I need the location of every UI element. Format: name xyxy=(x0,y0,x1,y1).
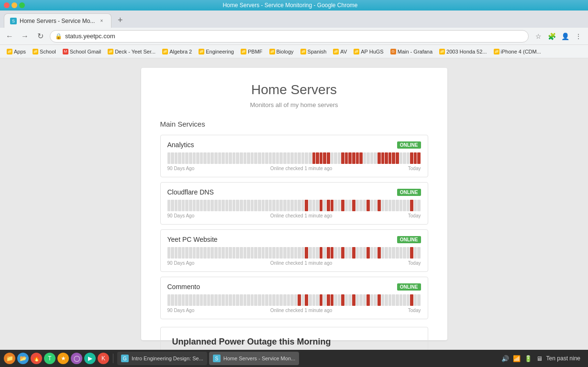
uptime-segment xyxy=(417,294,421,306)
minimize-button[interactable] xyxy=(11,2,17,8)
uptime-segment xyxy=(258,200,261,211)
uptime-segment xyxy=(305,247,308,259)
uptime-segment xyxy=(377,200,381,211)
uptime-segment xyxy=(348,152,352,164)
uptime-segment xyxy=(247,247,250,259)
taskbar-app-icon[interactable]: ★ xyxy=(57,353,69,364)
uptime-segment xyxy=(175,152,178,164)
taskbar-window[interactable]: SHome Servers - Service Mon... xyxy=(209,352,299,365)
uptime-segment xyxy=(182,152,185,164)
uptime-segment xyxy=(316,247,319,259)
bookmark-item[interactable]: 📁Deck - Yeet Ser... xyxy=(105,48,158,55)
taskbar-app-icon[interactable]: K xyxy=(98,353,109,364)
bookmark-label: Engineering xyxy=(206,49,234,54)
bookmark-item[interactable]: 📁iPhone 4 (CDM... xyxy=(491,48,544,55)
uptime-segment xyxy=(218,152,222,164)
tab-close-button[interactable]: × xyxy=(98,17,105,25)
tray-icon-network[interactable]: 📶 xyxy=(512,354,521,363)
uptime-segment xyxy=(410,152,413,164)
bookmark-label: 2003 Honda 52... xyxy=(446,49,487,54)
uptime-segment xyxy=(254,294,257,306)
uptime-bar xyxy=(167,200,421,211)
tray-icon-display[interactable]: 🖥 xyxy=(535,354,544,363)
uptime-segment xyxy=(392,152,395,164)
uptime-right-label: Today xyxy=(408,213,421,218)
uptime-segment xyxy=(251,294,254,306)
bookmark-item[interactable]: 📁Biology xyxy=(266,48,297,55)
bookmark-icon: 📁 xyxy=(108,49,113,54)
extensions-button[interactable]: 🧩 xyxy=(546,31,557,42)
profile-button[interactable]: 👤 xyxy=(559,31,571,42)
bookmark-item[interactable]: 📁AV xyxy=(330,48,350,55)
uptime-segment xyxy=(345,247,348,259)
uptime-segment xyxy=(272,294,276,306)
uptime-segment xyxy=(366,247,370,259)
taskbar-app-icon[interactable]: 📂 xyxy=(17,353,29,364)
uptime-segment xyxy=(182,200,185,211)
uptime-segment xyxy=(399,200,403,211)
bookmark-item[interactable]: 📁AP HuGS xyxy=(351,48,387,55)
taskbar-app-icon[interactable]: ▶ xyxy=(84,353,96,364)
uptime-labels: 90 Days AgoOnline checked 1 minute agoTo… xyxy=(167,260,421,266)
window-controls[interactable] xyxy=(4,2,25,8)
new-tab-button[interactable]: + xyxy=(113,13,127,27)
taskbar-app-icon[interactable]: 🔥 xyxy=(31,353,42,364)
bookmark-icon: M xyxy=(63,49,68,54)
taskbar-app-icon[interactable]: T xyxy=(44,353,55,364)
uptime-segment xyxy=(193,200,196,211)
uptime-segment xyxy=(294,247,298,259)
uptime-segment xyxy=(167,247,171,259)
tray-icon-battery[interactable]: 🔋 xyxy=(523,354,533,363)
uptime-segment xyxy=(385,247,388,259)
close-button[interactable] xyxy=(4,2,10,8)
bookmark-item[interactable]: 📁Engineering xyxy=(196,48,237,55)
taskbar: 📁📂🔥T★◯▶K GIntro Engineering Design: Se..… xyxy=(0,350,588,367)
taskbar-window-label: Intro Engineering Design: Se... xyxy=(132,356,203,361)
uptime-segment xyxy=(334,247,337,259)
window-title: Home Servers - Service Monitoring - Goog… xyxy=(25,2,555,9)
bookmark-item[interactable]: MSchool Gmail xyxy=(60,48,104,55)
reload-button[interactable]: ↻ xyxy=(34,31,46,42)
bookmark-label: Algebra 2 xyxy=(169,49,192,54)
uptime-segment xyxy=(366,152,370,164)
uptime-segment xyxy=(279,200,283,211)
back-button[interactable]: ← xyxy=(4,31,15,42)
bookmark-item[interactable]: 📁Apps xyxy=(4,48,29,55)
url-bar[interactable]: 🔒 status.yeetpc.com xyxy=(50,30,529,43)
uptime-segment xyxy=(410,294,413,306)
forward-button[interactable]: → xyxy=(19,31,31,42)
maximize-button[interactable] xyxy=(19,2,25,8)
service-card: CommentoONLINE90 Days AgoOnline checked … xyxy=(160,277,428,319)
active-tab[interactable]: S Home Servers - Service Mo... × xyxy=(4,13,111,28)
taskbar-window[interactable]: GIntro Engineering Design: Se... xyxy=(117,352,207,365)
bookmark-item[interactable]: 📁Spanish xyxy=(298,48,330,55)
uptime-segment xyxy=(381,247,385,259)
bookmark-item[interactable]: 📁2003 Honda 52... xyxy=(436,48,489,55)
bookmark-label: Main - Grafana xyxy=(398,49,433,54)
uptime-segment xyxy=(327,152,330,164)
tray-icon-sound[interactable]: 🔊 xyxy=(500,354,510,363)
uptime-segment xyxy=(388,247,392,259)
bookmark-item[interactable]: 📁School xyxy=(30,48,59,55)
uptime-segment xyxy=(381,152,385,164)
bookmark-star-button[interactable]: ☆ xyxy=(533,31,544,42)
uptime-segment xyxy=(410,200,413,211)
uptime-segment xyxy=(287,152,290,164)
uptime-segment xyxy=(377,294,381,306)
bookmark-item[interactable]: 📁Algebra 2 xyxy=(159,48,195,55)
menu-button[interactable]: ⋮ xyxy=(573,31,584,42)
uptime-segment xyxy=(414,152,417,164)
uptime-segment xyxy=(363,200,366,211)
taskbar-window-icon: S xyxy=(213,355,221,362)
bookmark-item[interactable]: GMain - Grafana xyxy=(388,48,435,55)
uptime-segment xyxy=(323,247,326,259)
uptime-segment xyxy=(196,200,200,211)
uptime-segment xyxy=(396,200,399,211)
bookmark-item[interactable]: 📁PBMF xyxy=(238,48,266,55)
uptime-segment xyxy=(309,152,312,164)
online-badge: ONLINE xyxy=(397,189,421,196)
taskbar-app-icon[interactable]: 📁 xyxy=(4,353,15,364)
taskbar-app-icon[interactable]: ◯ xyxy=(71,353,82,364)
uptime-segment xyxy=(272,200,276,211)
uptime-labels: 90 Days AgoOnline checked 1 minute agoTo… xyxy=(167,166,421,171)
